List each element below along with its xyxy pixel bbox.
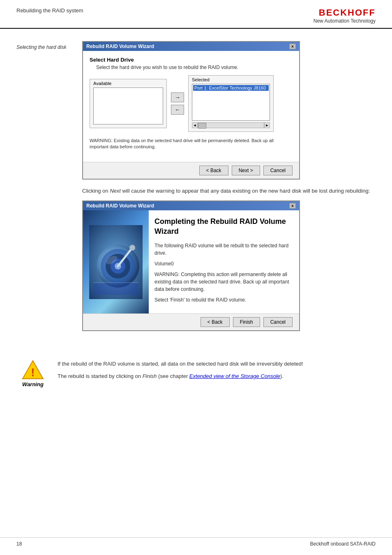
wizard2-back-button[interactable]: < Back: [201, 317, 230, 327]
warning-text2-before: The rebuild is started by clicking on: [58, 373, 143, 379]
wizard2-close-button[interactable]: ×: [289, 203, 296, 209]
wizard2-body3: WARNING: Completing this action will per…: [154, 271, 293, 293]
hdd-svg: [89, 225, 143, 299]
wizard1-title: Rebuild RAID Volume Wizard: [86, 44, 154, 49]
move-right-button[interactable]: →: [171, 92, 184, 102]
warning-text2-end: ).: [280, 373, 284, 379]
wizard2-text-area: Completing the Rebuild RAID Volume Wizar…: [149, 210, 299, 313]
wizard1-footer: < Back Next > Cancel: [83, 162, 299, 179]
narrative-text: Clicking on Next will cause the warning …: [82, 187, 376, 195]
footer-page-number: 18: [16, 541, 22, 547]
narrative-italic: Next: [110, 188, 121, 194]
page-footer: 18 Beckhoff onboard SATA-RAID: [0, 537, 392, 547]
selected-scrollbar: ◄ ►: [192, 122, 270, 128]
narrative-after: will cause the warning to appear that an…: [121, 188, 370, 194]
page-title-left: Rebuilding the RAID system: [16, 7, 83, 14]
warning-text2: The rebuild is started by clicking on Fi…: [58, 372, 376, 380]
warning-text2-italic: Finish: [143, 373, 157, 379]
wizard1-next-button[interactable]: Next >: [232, 166, 260, 175]
available-group: Available: [90, 79, 167, 128]
footer-product-name: Beckhoff onboard SATA-RAID: [310, 541, 376, 547]
section-label: Selecting the hard disk: [16, 41, 82, 339]
wizard2-titlebar: Rebuild RAID Volume Wizard ×: [83, 201, 299, 210]
selected-listbox-item[interactable]: Port 1: ExcelStor Technology J8160: [193, 85, 269, 91]
wizard2-footer: < Back Finish Cancel: [83, 313, 299, 330]
wizard2-body: Completing the Rebuild RAID Volume Wizar…: [83, 210, 299, 313]
brand-tagline: New Automation Technology: [314, 18, 376, 24]
wizard1-close-button[interactable]: ×: [289, 44, 296, 49]
warning-label: Warning: [22, 381, 44, 387]
page-header-right: BECKHOFF New Automation Technology: [314, 7, 376, 24]
selected-listbox[interactable]: Port 1: ExcelStor Technology J8160: [192, 84, 270, 121]
wizard2-volume-name: Volume0: [154, 260, 293, 267]
wizard1-titlebar: Rebuild RAID Volume Wizard ×: [83, 42, 299, 51]
wizard2-title: Rebuild RAID Volume Wizard: [86, 203, 154, 209]
wizard2-body1: The following RAID volume will be rebuil…: [154, 242, 293, 257]
wizard-select-hard-drive: Rebuild RAID Volume Wizard × Select Hard…: [82, 41, 300, 180]
selected-group: Selected Port 1: ExcelStor Technology J8…: [188, 75, 274, 132]
wizard2-finish-button[interactable]: Finish: [233, 317, 260, 327]
wizard1-warning: WARNING: Existing data on the selected h…: [90, 138, 293, 150]
warning-triangle-icon: !: [22, 360, 44, 380]
wizard1-section-title: Select Hard Drive: [90, 57, 293, 63]
wizard2-body4: Select 'Finish' to rebuild the RAID volu…: [154, 296, 293, 304]
scroll-left-arrow[interactable]: ◄: [192, 122, 198, 128]
available-label: Available: [93, 81, 163, 86]
move-left-button[interactable]: ←: [171, 105, 184, 115]
page-header: Rebuilding the RAID system BECKHOFF New …: [0, 0, 392, 29]
scroll-right-arrow[interactable]: ►: [264, 122, 270, 128]
available-listbox[interactable]: [93, 88, 163, 124]
svg-rect-9: [93, 283, 138, 295]
wizard2-cancel-button[interactable]: Cancel: [263, 317, 293, 327]
wizard-completing: Rebuild RAID Volume Wizard ×: [82, 200, 300, 331]
svg-text:!: !: [31, 366, 35, 379]
wizard1-back-button[interactable]: < Back: [199, 166, 228, 175]
wizard2-body-text: The following RAID volume will be rebuil…: [154, 242, 293, 304]
warning-link[interactable]: Extended view of the Storage Console: [189, 373, 280, 379]
brand-logo: BECKHOFF: [314, 7, 376, 18]
wizard1-cancel-button[interactable]: Cancel: [263, 166, 293, 175]
narrative-before: Clicking on: [82, 188, 110, 194]
svg-point-7: [129, 245, 135, 251]
scrollbar-track: [198, 122, 264, 128]
warning-icon-area: ! Warning: [16, 360, 49, 387]
drive-arrows: → ←: [171, 92, 184, 115]
warning-text1: If the rebuild of the RAID volume is sta…: [58, 360, 376, 368]
wizard1-body: Select Hard Drive Select the hard drive …: [83, 51, 299, 162]
drive-selection-area: Available → ← Selected Port 1: ExcelStor…: [90, 75, 293, 132]
warning-text2-middle: (see chapter: [157, 373, 189, 379]
wizard2-image: [83, 210, 149, 313]
warning-text-area: If the rebuild of the RAID volume is sta…: [58, 360, 376, 384]
warning-section: ! Warning If the rebuild of the RAID vol…: [0, 352, 392, 396]
right-content: Rebuild RAID Volume Wizard × Select Hard…: [82, 41, 376, 339]
selected-label: Selected: [192, 77, 270, 82]
wizard2-completing-title: Completing the Rebuild RAID Volume Wizar…: [154, 217, 293, 236]
main-content: Selecting the hard disk Rebuild RAID Vol…: [0, 29, 392, 352]
wizard1-section-desc: Select the hard drive you wish to use to…: [90, 64, 293, 70]
scrollbar-thumb[interactable]: [198, 123, 206, 129]
